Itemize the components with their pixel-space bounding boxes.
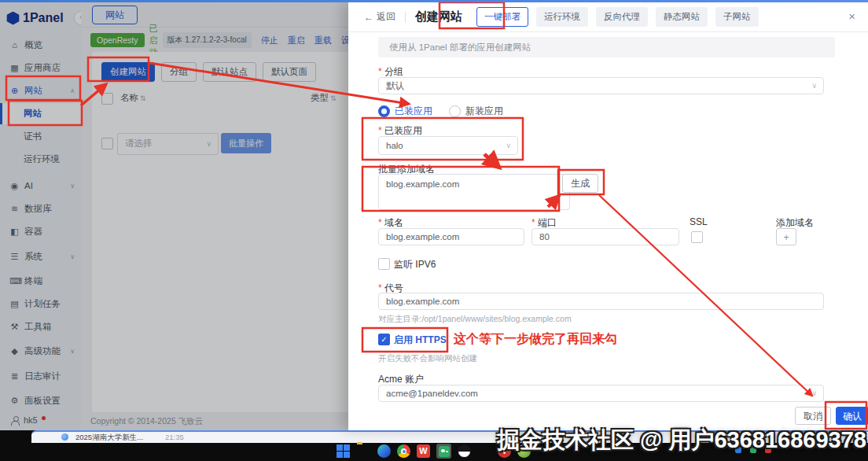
- notification-dot: [42, 416, 46, 420]
- back-arrow-icon: ←: [364, 12, 373, 23]
- wps-office-icon[interactable]: W: [417, 444, 430, 458]
- batch-checkbox[interactable]: [101, 138, 113, 149]
- 1panel-app: 1Panel ‹ ⌂ 概览 ▦ 应用商店 ⊕ 网站 ∧ 网站 证书: [0, 2, 868, 430]
- tab-one-click-deploy[interactable]: 一键部署: [476, 7, 528, 27]
- website-toolbar: 创建网站 分组 默认站点 默认页面: [101, 62, 316, 82]
- radio-new-app[interactable]: 新装应用: [449, 105, 503, 118]
- chevron-down-icon: ∨: [70, 183, 75, 190]
- home-icon: ⌂: [9, 40, 20, 50]
- radio-installed-app[interactable]: 已装应用: [378, 105, 432, 118]
- sidebar-item-terminal[interactable]: ⌨ 终端: [0, 271, 81, 290]
- domain-input[interactable]: [378, 228, 524, 245]
- sidebar-item-label: 面板设置: [24, 395, 61, 407]
- sidebar: 1Panel ‹ ⌂ 概览 ▦ 应用商店 ⊕ 网站 ∧ 网站 证书: [0, 2, 82, 430]
- https-label: 启用 HTTPS: [394, 334, 447, 347]
- sidebar-item-toolbox[interactable]: ⚒ 工具箱: [0, 317, 81, 336]
- logs-icon: ≣: [9, 371, 20, 382]
- group-button[interactable]: 分组: [161, 62, 197, 82]
- port-input[interactable]: [531, 228, 679, 245]
- installed-app-select[interactable]: halo ∨: [378, 136, 518, 155]
- alias-input[interactable]: [378, 293, 824, 310]
- add-domain-button[interactable]: +: [776, 228, 796, 245]
- sidebar-item-database[interactable]: ≋ 数据库: [0, 199, 81, 218]
- default-page-button[interactable]: 默认页面: [263, 62, 316, 82]
- column-header-type[interactable]: 类型⇅: [311, 92, 337, 104]
- window-top-edge: [0, 0, 868, 2]
- back-button[interactable]: ← 返回: [364, 10, 395, 24]
- window-title: 2025湖南大学新生...: [75, 433, 143, 443]
- file-explorer-icon[interactable]: [357, 444, 371, 459]
- info-banner: 使用从 1Panel 部署的应用创建网站: [378, 37, 835, 57]
- group-select[interactable]: 默认 ∨: [378, 77, 824, 94]
- chevron-down-icon: ∨: [70, 253, 75, 260]
- chevron-down-icon: ∨: [811, 385, 817, 401]
- sidebar-item-cronjob[interactable]: ▤ 计划任务: [0, 294, 81, 313]
- https-checkbox[interactable]: ✓: [378, 334, 390, 345]
- batch-action-select[interactable]: 请选择 ∨: [117, 133, 219, 155]
- chrome-browser-icon[interactable]: [397, 444, 410, 458]
- sidebar-item-label: 网站: [24, 85, 42, 97]
- drawer-header: ← 返回 创建网站 一键部署 运行环境 反向代理 静态网站 子网站 ×: [348, 2, 868, 32]
- ssl-checkbox[interactable]: [691, 231, 703, 243]
- sidebar-item-label: 系统: [24, 251, 42, 263]
- column-header-name[interactable]: 名称⇅: [120, 92, 146, 104]
- qq-icon[interactable]: [458, 444, 471, 458]
- acme-select[interactable]: acme@1paneldev.com ∨: [378, 385, 824, 402]
- tab-reverse-proxy[interactable]: 反向代理: [596, 7, 648, 27]
- close-icon[interactable]: ×: [848, 9, 855, 23]
- sidebar-item-container[interactable]: ◧ 容器: [0, 222, 81, 241]
- batch-domain-textarea[interactable]: blog.example.com: [378, 174, 570, 210]
- sidebar-item-label: 日志审计: [24, 371, 61, 382]
- select-all-checkbox[interactable]: [101, 93, 113, 105]
- ipv6-checkbox[interactable]: [378, 258, 390, 270]
- cancel-button[interactable]: 取消: [795, 407, 831, 425]
- appstore-icon: ▦: [9, 63, 20, 73]
- generate-button[interactable]: 生成: [562, 174, 598, 193]
- stop-link[interactable]: 停止: [261, 35, 278, 46]
- sidebar-item-ai[interactable]: ◉ AI ∨: [0, 176, 81, 195]
- tab-runtime[interactable]: 运行环境: [536, 7, 588, 27]
- radio-selected-icon: [378, 105, 390, 117]
- cronjob-icon: ▤: [9, 299, 20, 309]
- create-website-drawer: ← 返回 创建网站 一键部署 运行环境 反向代理 静态网站 子网站 × 使用从 …: [348, 2, 868, 430]
- tab-website[interactable]: 网站: [92, 6, 138, 24]
- default-site-button[interactable]: 默认站点: [203, 62, 256, 82]
- system-icon: ☰: [9, 252, 20, 262]
- user-menu[interactable]: hk5: [11, 415, 46, 425]
- website-list-card: 创建网站 分组 默认站点 默认页面 名称⇅ 类型⇅ 请选择 ∨ 批量操作: [92, 52, 348, 412]
- ipv6-label: 监听 IPV6: [394, 258, 436, 271]
- security-shield-icon[interactable]: [477, 444, 491, 459]
- windows-start-icon[interactable]: [337, 444, 351, 459]
- reload-link[interactable]: 重载: [314, 35, 332, 46]
- edge-browser-icon[interactable]: [377, 444, 391, 458]
- website-icon: ⊕: [9, 86, 20, 96]
- sidebar-item-website[interactable]: ⊕ 网站 ∧: [0, 81, 81, 100]
- sidebar-item-label: 高级功能: [24, 345, 61, 357]
- sidebar-item-label: 概览: [24, 39, 42, 51]
- openresty-version-badge: 版本 1.27.1.2-2-3-focal: [163, 32, 252, 48]
- ssl-label: SSL: [690, 216, 708, 227]
- tab-static-site[interactable]: 静态网站: [656, 7, 708, 27]
- openresty-button[interactable]: OpenResty: [90, 33, 145, 47]
- panel-settings-icon: ⚙: [9, 396, 20, 406]
- sidebar-item-logs[interactable]: ≣ 日志审计: [0, 367, 81, 385]
- container-icon: ◧: [9, 227, 20, 237]
- wechat-active-highlight[interactable]: [436, 444, 451, 459]
- sidebar-item-appstore[interactable]: ▦ 应用商店: [0, 58, 81, 77]
- tab-sub-site[interactable]: 子网站: [715, 7, 759, 27]
- sidebar-item-overview[interactable]: ⌂ 概览: [0, 35, 81, 54]
- batch-operate-button[interactable]: 批量操作: [221, 133, 271, 153]
- confirm-button[interactable]: 确认: [836, 407, 868, 425]
- advanced-icon: ◆: [9, 346, 20, 356]
- sidebar-item-panel-settings[interactable]: ⚙ 面板设置: [0, 391, 81, 410]
- sort-icon: ⇅: [330, 94, 337, 102]
- restart-link[interactable]: 重启: [288, 35, 305, 46]
- create-website-button[interactable]: 创建网站: [101, 62, 155, 82]
- chevron-down-icon: ∨: [506, 137, 511, 154]
- sidebar-item-label: 网站: [24, 108, 42, 120]
- sidebar-item-advanced[interactable]: ◆ 高级功能 ∨: [0, 341, 81, 360]
- sidebar-item-system[interactable]: ☰ 系统 ∨: [0, 247, 81, 266]
- ai-icon: ◉: [9, 181, 20, 191]
- radio-icon: [449, 105, 461, 117]
- 1panel-logo-icon: [6, 12, 20, 25]
